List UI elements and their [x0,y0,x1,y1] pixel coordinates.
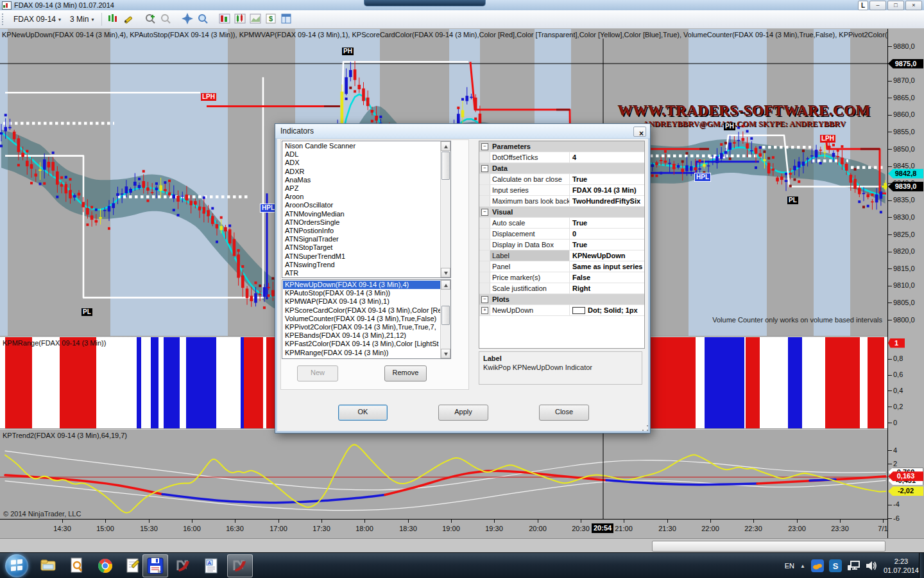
property-row[interactable]: Input seriesFDAX 09-14 (3 Min) [479,185,644,196]
window-l-button[interactable]: L [858,1,868,10]
configured-indicator-item[interactable]: KPMWAP(FDAX 09-14 (3 Min),1) [283,297,440,306]
available-indicator-item[interactable]: ATNSignalTrader [283,235,440,243]
ninjatrader-icon-active[interactable] [227,554,253,577]
docked-panel-tab[interactable] [364,0,486,6]
language-indicator[interactable]: EN [785,562,794,570]
available-indicator-item[interactable]: ADXR [283,168,440,176]
area-icon[interactable] [248,12,262,26]
tray-expand-icon[interactable]: ▲ [800,563,805,569]
resize-grip[interactable] [642,425,649,432]
floppy-icon-active[interactable]: 64 [142,554,168,577]
crosshair-icon[interactable] [180,12,194,26]
explorer-icon[interactable] [36,554,62,577]
available-indicator-item[interactable]: ATNswingTrend [283,261,440,269]
available-indicator-item[interactable]: ATNMovingMedian [283,210,440,218]
available-indicator-item[interactable]: AroonOscillator [283,201,440,209]
scroll-up-icon[interactable] [441,280,450,290]
taskbar-clock[interactable]: 2:23 01.07.2014 [884,557,919,575]
scroll-thumb[interactable] [441,152,450,180]
show-desktop-button[interactable] [919,553,924,578]
available-indicator-item[interactable]: ATNOrdersSingle [283,218,440,227]
minimize-button[interactable]: – [869,1,886,10]
interval-selector[interactable]: 3 Min ▾ [65,13,98,26]
pencil-icon[interactable] [121,12,135,26]
property-row[interactable]: Scale justificationRight [479,283,644,294]
available-indicator-item[interactable]: Nison Candle Scanner [283,142,440,150]
property-value[interactable]: True [570,174,644,184]
remove-button[interactable]: Remove [384,365,427,381]
ninjatrader-icon[interactable] [171,554,196,577]
magnifier-icon[interactable] [196,12,210,26]
configured-indicator-item[interactable]: KPAutoStop(FDAX 09-14 (3 Min)) [283,289,440,297]
grid-icon[interactable] [279,12,293,26]
collapse-icon[interactable]: − [481,209,488,216]
scroll-thumb[interactable] [441,306,450,325]
available-indicator-item[interactable]: ATNSuperTrendM1 [283,252,440,261]
indicators-dialog[interactable]: Indicators × Nison Candle ScannerADLADXA… [275,123,651,434]
property-value[interactable]: 0 [570,229,644,239]
instrument-selector[interactable]: FDAX 09-14 ▾ [9,13,65,26]
candles-icon[interactable] [233,12,247,26]
property-row[interactable]: Calculate on bar closeTrue [479,174,644,185]
available-indicator-item[interactable]: ATNStopTarget [283,243,440,252]
property-value[interactable]: Same as input series [570,261,644,272]
property-value[interactable]: True [570,240,644,250]
property-row[interactable]: Maximum bars look backTwoHundredFiftySix [479,196,644,207]
ok-button[interactable]: OK [338,405,388,421]
skype-icon[interactable]: S [829,559,842,572]
zoom-in-icon[interactable] [143,12,157,26]
property-value[interactable]: Right [570,283,644,293]
property-value[interactable]: False [570,272,644,283]
network-icon[interactable] [847,559,860,572]
configured-indicator-item[interactable]: KPPivot2Color(FDAX 09-14 (3 Min),True,Tr… [283,323,440,331]
zoom-out-icon[interactable] [158,12,173,26]
scrollbar-thumb[interactable] [652,541,886,552]
available-indicator-item[interactable]: ATNPostionInfo [283,227,440,235]
collapse-icon[interactable]: − [481,165,488,172]
available-indicator-item[interactable]: AnaMas [283,176,440,184]
property-row[interactable]: Auto scaleTrue [479,218,644,229]
property-row[interactable]: Price marker(s)False [479,272,644,283]
properties-grid[interactable]: −ParametersDotOffsetTicks4−DataCalculate… [479,141,645,349]
collapse-icon[interactable]: − [481,143,488,150]
available-indicator-item[interactable]: Aroon [283,193,440,201]
expand-icon[interactable]: + [481,307,488,314]
collapse-icon[interactable]: − [481,296,488,303]
configured-indicator-item[interactable]: VolumeCounter(FDAX 09-14 (3 Min),True,Fa… [283,315,440,323]
dollar-icon[interactable]: $ [264,12,278,26]
configured-indicator-item[interactable]: KPNewUpDown(FDAX 09-14 (3 Min),4) [283,281,440,289]
search-icon[interactable] [64,554,90,577]
property-value[interactable]: FDAX 09-14 (3 Min) [570,185,644,195]
trend-indicator-panel[interactable]: KPTrend2(FDAX 09-14 (3 Min),64,19,7) © 2… [0,430,887,519]
property-row[interactable]: Displacement0 [479,229,644,240]
property-value[interactable]: 4 [570,152,644,162]
configured-indicator-item[interactable]: KPScoreCardColor(FDAX 09-14 (3 Min),Colo… [283,306,440,315]
bars-icon[interactable] [218,12,232,26]
dialog-close-button[interactable]: × [633,127,646,137]
scroll-down-icon[interactable] [441,349,450,358]
property-value[interactable]: True [570,218,644,228]
document-a-icon[interactable]: A [199,554,225,577]
dialog-titlebar[interactable]: Indicators × [275,124,650,139]
property-row[interactable]: PanelSame as input series [479,261,644,272]
property-row[interactable]: Display in Data BoxTrue [479,240,644,250]
available-indicators-list[interactable]: Nison Candle ScannerADLADXADXRAnaMasAPZA… [282,141,451,278]
configured-indicator-item[interactable]: KPEBands(FDAX 09-14 (3 Min),21,12) [283,331,440,340]
maximize-button[interactable]: □ [887,1,904,10]
property-section[interactable]: −Plots [479,294,644,305]
available-indicator-item[interactable]: APZ [283,184,440,193]
scroll-up-icon[interactable] [441,141,450,151]
new-button[interactable]: New [297,365,338,381]
available-indicator-item[interactable]: ATR [283,269,440,277]
property-section[interactable]: −Parameters [479,141,644,152]
price-axis[interactable]: 9880,09875,09870,09865,09860,09855,09850… [887,28,924,538]
property-value[interactable]: KPNewUpDown [570,250,644,261]
speaker-icon[interactable] [865,559,878,572]
configured-indicator-item[interactable]: KPMRange(FDAX 09-14 (3 Min)) [283,349,440,357]
chrome-icon[interactable] [92,554,118,577]
list-scrollbar[interactable] [440,280,450,358]
apply-button[interactable]: Apply [438,405,488,421]
horizontal-scrollbar[interactable] [0,538,924,553]
chart-style-icon[interactable] [106,12,120,26]
scroll-down-icon[interactable] [441,268,450,277]
